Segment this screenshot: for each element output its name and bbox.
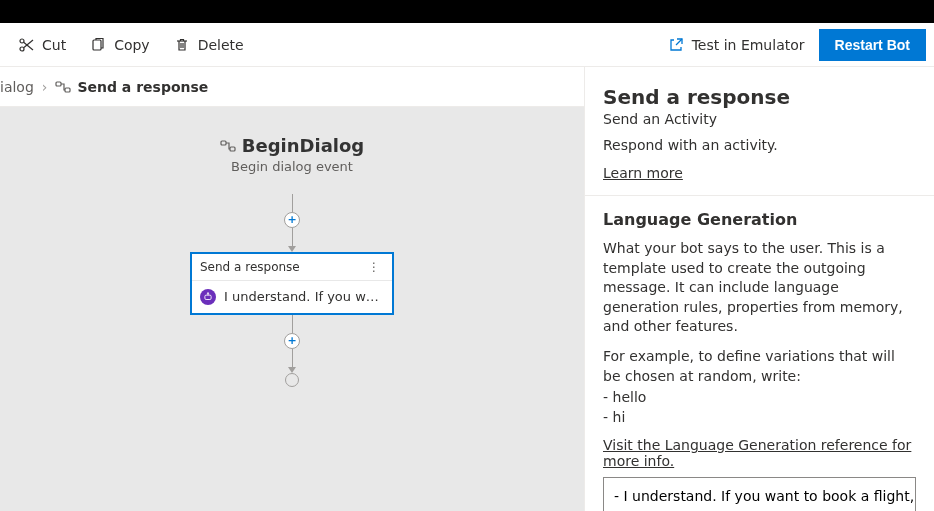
svg-point-0 xyxy=(20,47,24,51)
learn-more-link[interactable]: Learn more xyxy=(603,165,683,181)
bot-icon xyxy=(200,289,216,305)
cut-button[interactable]: Cut xyxy=(8,31,76,59)
trigger-subtitle: Begin dialog event xyxy=(220,159,364,174)
send-response-node[interactable]: Send a response ⋮ I understand. If you w… xyxy=(190,252,394,315)
lg-example-1: - hello xyxy=(603,388,916,408)
chevron-right-icon: › xyxy=(42,79,48,95)
svg-rect-4 xyxy=(65,88,70,92)
lg-reference-link[interactable]: Visit the Language Generation reference … xyxy=(603,437,911,469)
properties-pane: Send a response Send an Activity Respond… xyxy=(584,67,934,511)
breadcrumb-prev[interactable]: ialog xyxy=(0,79,34,95)
external-link-icon xyxy=(668,37,684,53)
restart-bot-button[interactable]: Restart Bot xyxy=(819,29,926,61)
svg-rect-6 xyxy=(230,147,235,151)
flow-icon xyxy=(220,138,236,154)
lg-section-para1: What your bot says to the user. This is … xyxy=(603,239,916,337)
flow-icon xyxy=(55,79,71,95)
add-action-top[interactable]: + xyxy=(284,212,300,228)
copy-label: Copy xyxy=(114,37,150,53)
divider xyxy=(585,195,934,196)
copy-button[interactable]: Copy xyxy=(80,31,160,59)
lg-editor-textarea[interactable] xyxy=(603,477,916,511)
design-canvas[interactable]: BeginDialog Begin dialog event + Send a … xyxy=(0,107,584,511)
lg-section-title: Language Generation xyxy=(603,210,916,229)
node-menu-button[interactable]: ⋮ xyxy=(364,260,384,274)
props-title: Send a response xyxy=(603,85,916,109)
trash-icon xyxy=(174,37,190,53)
add-action-bottom[interactable]: + xyxy=(284,333,300,349)
copy-icon xyxy=(90,37,106,53)
svg-point-1 xyxy=(20,39,24,43)
test-emulator-button[interactable]: Test in Emulator xyxy=(658,31,815,59)
trigger-title-text: BeginDialog xyxy=(242,135,364,156)
node-body-text: I understand. If you want to ... xyxy=(224,289,384,304)
flow-terminal xyxy=(285,373,299,387)
titlebar-strip xyxy=(0,0,934,23)
scissors-icon xyxy=(18,37,34,53)
props-subtitle: Send an Activity xyxy=(603,111,916,127)
svg-rect-5 xyxy=(221,141,226,145)
test-emulator-label: Test in Emulator xyxy=(692,37,805,53)
toolbar: Cut Copy Delete Test in Emulator Restart… xyxy=(0,23,934,67)
node-title: Send a response xyxy=(200,260,300,274)
lg-example-2: - hi xyxy=(603,408,916,428)
lg-section-para2: For example, to define variations that w… xyxy=(603,347,916,386)
breadcrumb-current: Send a response xyxy=(77,79,208,95)
cut-label: Cut xyxy=(42,37,66,53)
trigger-header[interactable]: BeginDialog Begin dialog event xyxy=(220,135,364,174)
breadcrumb: ialog › Send a response xyxy=(0,67,584,107)
props-description: Respond with an activity. xyxy=(603,137,916,153)
svg-rect-7 xyxy=(205,295,211,299)
svg-rect-3 xyxy=(56,82,61,86)
delete-label: Delete xyxy=(198,37,244,53)
svg-rect-2 xyxy=(93,40,101,50)
delete-button[interactable]: Delete xyxy=(164,31,254,59)
